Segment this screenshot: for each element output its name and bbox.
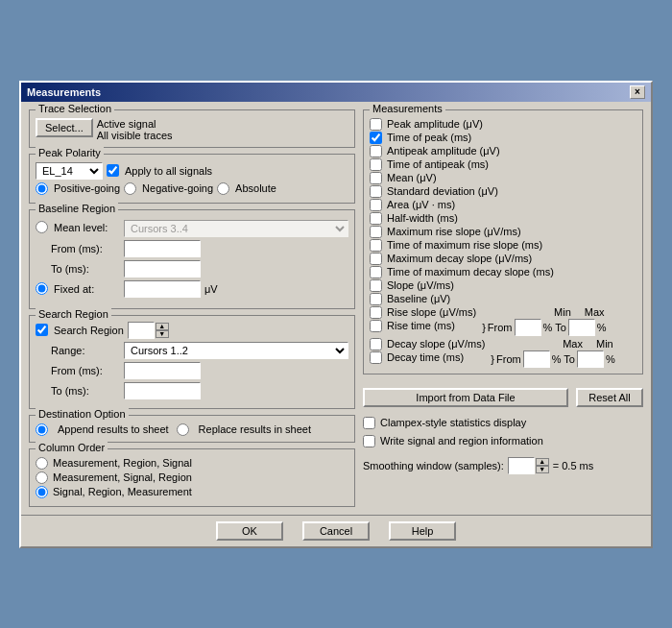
positive-going-radio[interactable] [36,182,48,195]
col-order-radio-2[interactable] [36,471,48,484]
meas-label-8: Maximum rise slope (μV/ms) [387,226,521,237]
meas-label-15: Rise time (ms) [387,320,455,331]
meas-cb-13[interactable] [370,293,382,305]
decay-to-input[interactable]: 10 [577,350,604,368]
search-region-spin-input[interactable]: 1 [128,322,155,339]
reset-button[interactable]: Reset All [576,388,643,407]
mean-level-dropdown[interactable]: Cursors 3..4 [124,220,348,237]
ok-button[interactable]: OK [216,521,283,541]
smoothing-spin-up[interactable]: ▲ [536,458,549,466]
meas-label-14: Rise slope (μV/ms) [387,306,476,318]
trace-selection-label: Trace Selection [36,103,114,114]
peak-polarity-label: Peak Polarity [36,147,104,158]
select-button[interactable]: Select... [36,118,93,137]
rise-to-input[interactable]: 90 [568,319,595,336]
decay-from-label: From [496,353,521,365]
help-button[interactable]: Help [389,521,456,541]
search-region-group: Search Region Search Region 1 ▲ ▼ [29,315,355,409]
to-ms-label: To (ms): [51,263,122,275]
search-from-input[interactable]: 47 [124,362,201,379]
fixed-unit-label: μV [204,283,218,295]
meas-cb-17[interactable] [370,351,382,364]
trace-selection-group: Trace Selection Select... Active signal … [29,109,355,148]
meas-cb-14[interactable] [370,306,382,319]
spin-up-button[interactable]: ▲ [156,323,169,330]
meas-cb-3[interactable] [370,158,382,171]
meas-cb-4[interactable] [370,172,382,184]
meas-label-3: Time of antipeak (ms) [387,158,489,170]
bottom-buttons-row: OK Cancel Help [21,515,651,546]
meas-label-17: Decay time (ms) [387,351,464,363]
search-to-input[interactable]: 74 [124,382,201,399]
clampex-checkbox[interactable] [363,417,375,429]
rise-from-input[interactable]: 10 [515,319,541,336]
to-ms-input[interactable]: 704 [124,260,201,278]
fixed-value-input[interactable]: 0 [124,280,201,298]
meas-cb-9[interactable] [370,239,382,252]
meas-cb-12[interactable] [370,279,382,292]
meas-label-9: Time of maximum rise slope (ms) [387,239,542,251]
replace-results-label: Replace results in sheet [199,423,311,435]
col-order-radio-1[interactable] [36,457,48,470]
fixed-at-radio[interactable] [36,282,48,295]
mean-level-radio[interactable] [36,221,48,233]
write-signal-checkbox[interactable] [363,435,375,447]
peak-polarity-group: Peak Polarity EL_14 Apply to all signals… [29,154,355,204]
col-order-radio-3[interactable] [36,486,48,498]
import-button[interactable]: Import from Data File [363,388,568,407]
column-order-label: Column Order [36,442,108,453]
decay-from-input[interactable]: 100 [523,350,550,368]
from-ms-input[interactable]: 420 [124,240,201,257]
replace-results-radio[interactable] [177,423,189,436]
meas-cb-11[interactable] [370,266,382,278]
meas-cb-8[interactable] [370,226,382,238]
rise-max-label: Max [585,306,605,318]
all-visible-text: All visible traces [97,130,173,141]
meas-label-0: Peak amplitude (μV) [387,118,483,130]
meas-cb-2[interactable] [370,145,382,157]
search-to-label: To (ms): [51,385,122,397]
apply-all-checkbox[interactable] [107,164,119,177]
meas-cb-16[interactable] [370,338,382,350]
negative-going-radio[interactable] [124,182,136,195]
absolute-radio[interactable] [217,182,229,195]
decay-min-label: Min [596,338,613,350]
meas-cb-10[interactable] [370,253,382,265]
close-button[interactable]: × [630,85,645,99]
apply-all-label: Apply to all signals [125,165,212,177]
search-region-checkbox[interactable] [36,324,48,336]
decay-max-label: Max [563,338,583,350]
destination-option-group: Destination Option Append results to she… [29,415,355,443]
dialog-title: Measurements [27,86,101,98]
range-dropdown[interactable]: Cursors 1..2 [124,342,348,359]
search-from-label: From (ms): [51,365,122,376]
meas-cb-15[interactable] [370,320,382,332]
meas-cb-0[interactable] [370,118,382,131]
meas-label-2: Antipeak amplitude (μV) [387,145,500,157]
column-order-group: Column Order Measurement, Region, Signal… [29,448,355,507]
rise-from-label: From [488,322,513,333]
append-results-radio[interactable] [36,423,48,436]
meas-label-6: Area (μV · ms) [387,199,455,210]
spin-down-button[interactable]: ▼ [156,330,169,338]
baseline-region-label: Baseline Region [36,203,118,214]
rise-pct-to-label: % To [543,322,566,333]
meas-label-16: Decay slope (μV/ms) [387,338,485,350]
absolute-label: Absolute [235,182,276,194]
decay-brace: } [491,353,494,365]
col-order-label-3: Signal, Region, Measurement [53,486,192,497]
meas-cb-7[interactable] [370,212,382,225]
meas-cb-6[interactable] [370,199,382,211]
smoothing-ms: = 0.5 ms [553,460,594,471]
smoothing-input[interactable]: 1 [508,457,535,474]
col-order-label-1: Measurement, Region, Signal [53,457,192,469]
peak-polarity-dropdown[interactable]: EL_14 [36,162,103,180]
meas-cb-5[interactable] [370,185,382,198]
cancel-button[interactable]: Cancel [302,521,370,541]
search-region-label: Search Region [36,308,111,320]
meas-cb-1[interactable] [370,132,382,144]
meas-label-4: Mean (μV) [387,172,437,183]
mean-level-label: Mean level: [54,222,108,233]
meas-label-1: Time of peak (ms) [387,132,471,143]
smoothing-spin-down[interactable]: ▼ [536,466,549,473]
